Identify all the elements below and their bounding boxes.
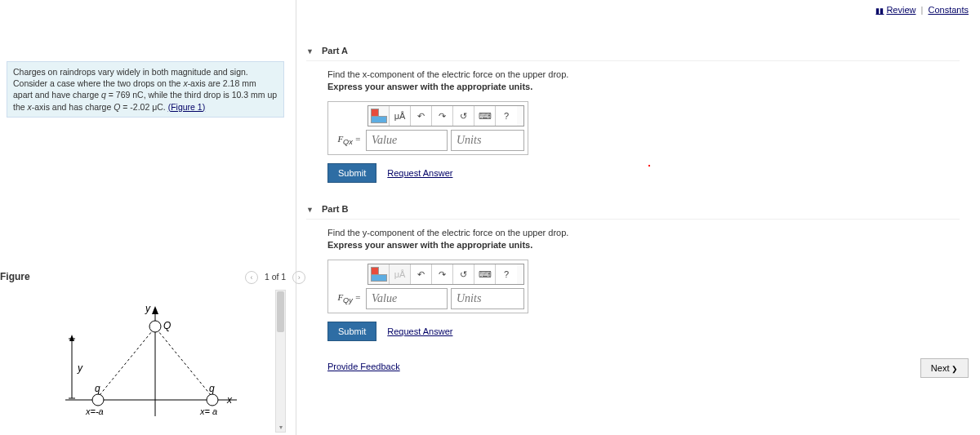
answer-toolbar-a: μÅ ↶ ↷ ↺ ⌨ ? — [368, 105, 524, 127]
keyboard-button[interactable]: ⌨ — [474, 264, 496, 284]
lhs-label-a: FQx = — [332, 134, 361, 146]
part-a-question: Find the x-component of the electric for… — [327, 69, 960, 79]
part-b: ▼Part B Find the y-component of the elec… — [306, 199, 960, 341]
svg-marker-18 — [69, 335, 74, 341]
figure-scrollbar[interactable]: ▴ ▾ — [275, 290, 286, 433]
svg-text:y: y — [145, 303, 151, 314]
redo-button[interactable]: ↷ — [432, 264, 453, 284]
prev-figure-button[interactable]: ‹ — [245, 271, 258, 284]
svg-text:Q: Q — [163, 320, 171, 331]
templates-button[interactable] — [368, 264, 390, 284]
svg-text:y: y — [77, 362, 83, 374]
part-a: ▼Part A Find the x-component of the elec… — [306, 41, 960, 183]
request-answer-b[interactable]: Request Answer — [387, 326, 452, 336]
value-input-b[interactable] — [366, 288, 448, 309]
svg-marker-2 — [152, 306, 158, 314]
svg-text:x: x — [226, 394, 233, 406]
scroll-thumb[interactable] — [277, 291, 284, 332]
help-button[interactable]: ? — [496, 106, 517, 126]
help-button[interactable]: ? — [496, 264, 517, 284]
svg-text:q: q — [209, 383, 215, 394]
review-link[interactable]: Review — [875, 5, 915, 15]
constants-link[interactable]: Constants — [928, 5, 969, 15]
answer-toolbar-b: μÅ ↶ ↷ ↺ ⌨ ? — [368, 264, 524, 285]
figure-heading: Figure — [0, 271, 30, 282]
reset-button[interactable]: ↺ — [453, 106, 474, 126]
units-input-a[interactable] — [451, 130, 524, 151]
scroll-down-icon[interactable]: ▾ — [276, 423, 285, 432]
undo-button[interactable]: ↶ — [411, 264, 432, 284]
units-input-b[interactable] — [451, 288, 524, 309]
keyboard-button[interactable]: ⌨ — [474, 106, 496, 126]
svg-text:x= a: x= a — [199, 406, 217, 416]
figure-link[interactable]: (Figure 1) — [168, 102, 206, 112]
templates-button[interactable] — [368, 106, 390, 126]
part-b-hint: Express your answer with the appropriate… — [327, 240, 960, 250]
svg-line-12 — [100, 331, 152, 395]
units-button[interactable]: μÅ — [390, 264, 411, 284]
redo-button[interactable]: ↷ — [432, 106, 453, 126]
next-button[interactable]: Next — [920, 358, 969, 378]
reset-button[interactable]: ↺ — [453, 264, 474, 284]
svg-line-13 — [158, 331, 211, 395]
lhs-label-b: FQy = — [332, 292, 361, 304]
provide-feedback-link[interactable]: Provide Feedback — [327, 362, 400, 371]
svg-point-4 — [149, 321, 161, 332]
answer-box-b: μÅ ↶ ↷ ↺ ⌨ ? FQy = — [327, 260, 528, 313]
top-links: Review | Constants — [875, 5, 969, 15]
submit-button-b[interactable]: Submit — [327, 322, 376, 341]
collapse-icon: ▼ — [306, 47, 314, 55]
next-figure-button[interactable]: › — [292, 271, 305, 284]
undo-button[interactable]: ↶ — [411, 106, 432, 126]
vertical-divider — [296, 0, 296, 435]
collapse-icon: ▼ — [306, 206, 314, 214]
request-answer-a[interactable]: Request Answer — [387, 168, 452, 178]
submit-button-a[interactable]: Submit — [327, 163, 376, 183]
cursor-dot — [648, 165, 650, 166]
svg-point-9 — [207, 394, 218, 406]
svg-point-6 — [92, 394, 104, 406]
svg-text:q: q — [95, 383, 100, 394]
figure-pager: ‹ 1 of 1 › — [245, 271, 305, 284]
answer-box-a: μÅ ↶ ↷ ↺ ⌨ ? FQx = — [327, 101, 528, 155]
figure-diagram: y Q q x=-a q x= a x y — [49, 294, 261, 433]
problem-statement: Charges on raindrops vary widely in both… — [7, 61, 284, 118]
value-input-a[interactable] — [366, 130, 448, 151]
part-a-header[interactable]: ▼Part A — [306, 41, 960, 60]
part-a-hint: Express your answer with the appropriate… — [327, 82, 960, 91]
part-b-question: Find the y-component of the electric for… — [327, 228, 960, 237]
part-b-header[interactable]: ▼Part B — [306, 199, 960, 219]
svg-text:x=-a: x=-a — [85, 406, 104, 416]
units-button[interactable]: μÅ — [390, 106, 411, 126]
